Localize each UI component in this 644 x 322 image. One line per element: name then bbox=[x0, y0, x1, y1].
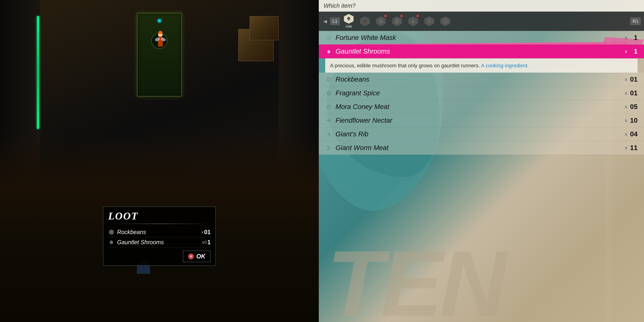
item-icon-fiendflower bbox=[325, 117, 332, 124]
item-count-fortune: x 1 bbox=[625, 34, 638, 42]
item-list: Fortune White Mask x 1 Gauntlet Shrooms … bbox=[319, 31, 644, 322]
tab-hex[interactable] bbox=[438, 14, 452, 28]
item-count-x-rockbeans: x bbox=[625, 77, 627, 82]
loot-item-name-2: Gauntlet Shrooms bbox=[117, 239, 202, 246]
tab-use-label: Use bbox=[346, 24, 352, 28]
l1-label[interactable]: L1 bbox=[330, 18, 340, 25]
character-main bbox=[156, 32, 165, 52]
item-row-gauntlet-shrooms[interactable]: Gauntlet Shrooms x 1 bbox=[319, 44, 644, 58]
count-x-1: x bbox=[201, 230, 204, 235]
tab-bar: ◀ L1 Use bbox=[319, 12, 644, 31]
item-count-val-giants-rib: 04 bbox=[628, 130, 638, 138]
svg-point-15 bbox=[328, 120, 330, 121]
count-num-2: 1 bbox=[207, 239, 210, 246]
loot-divider bbox=[108, 224, 210, 224]
menu-panel: Which item? ◀ L1 Use bbox=[319, 0, 644, 322]
item-row-rockbeans[interactable]: Rockbeans x 01 bbox=[319, 72, 644, 86]
tab-character-icon bbox=[424, 16, 434, 26]
svg-marker-10 bbox=[444, 19, 447, 23]
item-icon-gauntlet bbox=[325, 48, 332, 55]
game-scene: LOOT Rockbeans x 01 bbox=[0, 0, 319, 322]
loot-item-count-2: x0 1 bbox=[202, 239, 210, 246]
item-count-x-fortune: x bbox=[625, 35, 627, 40]
left-panel: LOOT Rockbeans x 01 bbox=[0, 0, 319, 322]
tab-notes-dot bbox=[400, 15, 403, 17]
item-count-x-fragrant: x bbox=[625, 90, 627, 96]
x-circle-icon: ✕ bbox=[188, 254, 194, 259]
item-row-fortune-mask[interactable]: Fortune White Mask x 1 bbox=[319, 31, 644, 44]
tab-character[interactable] bbox=[422, 14, 436, 28]
item-name-rockbeans: Rockbeans bbox=[336, 76, 625, 83]
tab-arrow-down[interactable] bbox=[406, 14, 420, 28]
item-name-fortune-mask: Fortune White Mask bbox=[336, 34, 625, 42]
which-item-label: Which item? bbox=[324, 2, 356, 9]
nav-left-arrow[interactable]: ◀ bbox=[322, 18, 328, 24]
tab-arrow-dot bbox=[416, 15, 419, 17]
item-count-mora: x 05 bbox=[625, 103, 638, 110]
item-count-val-fortune: 1 bbox=[628, 34, 638, 42]
svg-point-3 bbox=[380, 20, 382, 22]
tab-notes[interactable] bbox=[390, 14, 404, 28]
item-count-giants-rib: x 04 bbox=[625, 130, 638, 138]
item-icon-fragrant bbox=[325, 90, 332, 96]
item-name-giant-worm: Giant Worm Meat bbox=[336, 144, 625, 152]
item-count-val-fiendflower: 10 bbox=[628, 116, 638, 124]
item-count-giant-worm: x 11 bbox=[625, 144, 638, 152]
loot-item-icon-1 bbox=[108, 229, 115, 236]
right-panel: TEN Which item? ◀ L1 Use bbox=[319, 0, 644, 322]
tab-use-icon bbox=[344, 14, 354, 24]
tab-diamond-icon bbox=[360, 16, 370, 26]
loot-title: LOOT bbox=[108, 210, 210, 222]
r1-label[interactable]: R1 bbox=[630, 18, 641, 25]
item-name-mora-coney: Mora Coney Meat bbox=[336, 103, 625, 110]
item-count-x-mora: x bbox=[625, 104, 627, 110]
item-count-x-gauntlet: x bbox=[625, 48, 627, 54]
tooltip-link: A cooking ingredient. bbox=[481, 63, 529, 68]
ok-button-container: ✕ OK bbox=[108, 251, 210, 262]
svg-point-11 bbox=[327, 36, 331, 39]
item-row-giant-worm[interactable]: Giant Worm Meat x 11 bbox=[319, 141, 644, 155]
item-count-x-fiendflower: x bbox=[625, 118, 627, 123]
tooltip-text: A precious, edible mushroom that only gr… bbox=[330, 63, 480, 68]
tab-gear-icon bbox=[376, 16, 386, 26]
tab-diamond[interactable] bbox=[358, 14, 372, 28]
item-name-fragrant-spice: Fragrant Spice bbox=[336, 89, 625, 97]
top-bar: Which item? bbox=[319, 0, 644, 12]
item-count-val-fragrant: 01 bbox=[628, 89, 638, 97]
item-icon-rockbeans bbox=[325, 76, 332, 83]
door bbox=[137, 13, 182, 96]
count-num-1: 01 bbox=[204, 229, 210, 236]
count-x-2: x0 bbox=[202, 240, 207, 245]
item-name-fiendflower: Fiendflower Nectar bbox=[336, 116, 625, 124]
char-hair bbox=[158, 31, 162, 34]
svg-point-13 bbox=[327, 78, 330, 81]
crate-2 bbox=[250, 16, 278, 40]
tooltip-box: A precious, edible mushroom that only gr… bbox=[325, 58, 638, 72]
item-row-fragrant-spice[interactable]: Fragrant Spice x 01 bbox=[319, 86, 644, 100]
item-count-gauntlet: x 1 bbox=[625, 48, 638, 55]
char-head bbox=[158, 32, 162, 37]
door-glow bbox=[157, 18, 162, 23]
loot-box: LOOT Rockbeans x 01 bbox=[103, 206, 216, 266]
item-count-val-mora: 05 bbox=[628, 103, 638, 110]
item-row-mora-coney[interactable]: Mora Coney Meat x 05 bbox=[319, 100, 644, 114]
item-count-val-rockbeans: 01 bbox=[628, 76, 638, 83]
item-count-rockbeans: x 01 bbox=[625, 76, 638, 83]
item-icon-giants-rib bbox=[325, 130, 332, 138]
ok-label: OK bbox=[196, 253, 206, 260]
item-count-x-giants-rib: x bbox=[625, 132, 627, 137]
item-name-gauntlet-shrooms: Gauntlet Shrooms bbox=[336, 48, 625, 55]
item-row-giants-rib[interactable]: Giant's Rib x 04 bbox=[319, 127, 644, 141]
item-icon-mora bbox=[325, 103, 332, 110]
item-count-x-giant-worm: x bbox=[625, 145, 627, 150]
loot-item-gauntlet-shrooms: Gauntlet Shrooms x0 1 bbox=[108, 237, 210, 248]
svg-marker-2 bbox=[363, 19, 367, 23]
tab-use[interactable]: Use bbox=[342, 14, 356, 28]
tab-gear-dot bbox=[384, 15, 386, 17]
tab-gear[interactable] bbox=[374, 14, 388, 28]
item-count-val-giant-worm: 11 bbox=[628, 144, 638, 152]
item-row-fiendflower[interactable]: Fiendflower Nectar x 10 bbox=[319, 114, 644, 127]
tab-arrow-icon bbox=[408, 16, 418, 26]
item-count-fragrant: x 01 bbox=[625, 89, 638, 97]
ok-button[interactable]: ✕ OK bbox=[183, 251, 210, 262]
